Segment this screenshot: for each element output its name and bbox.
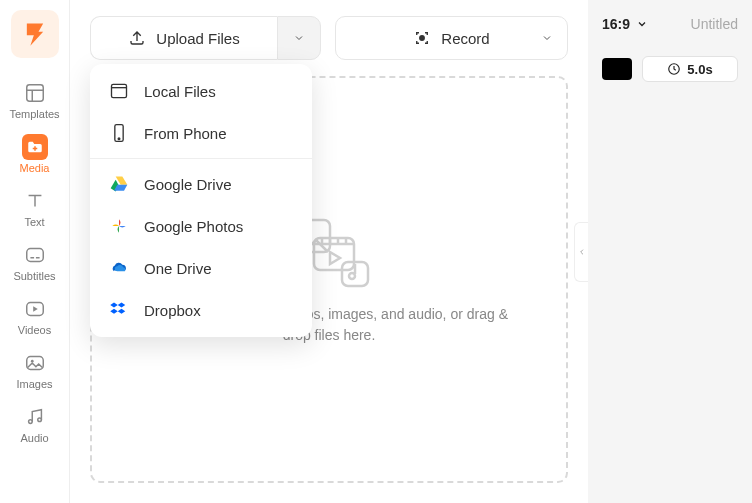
upload-dropdown-menu: Local Files From Phone Google Drive Goog — [90, 64, 312, 337]
sidebar-item-templates[interactable]: Templates — [5, 72, 65, 126]
dropbox-icon — [108, 299, 130, 321]
record-icon — [413, 29, 431, 47]
record-button-label: Record — [441, 30, 489, 47]
menu-item-label: From Phone — [144, 125, 227, 142]
menu-item-local-files[interactable]: Local Files — [90, 70, 312, 112]
chevron-down-icon — [541, 32, 553, 44]
menu-item-label: Google Photos — [144, 218, 243, 235]
scene-duration-button[interactable]: 5.0s — [642, 56, 738, 82]
svg-rect-1 — [26, 249, 43, 262]
sidebar-label: Templates — [9, 108, 59, 120]
svg-point-7 — [420, 36, 425, 41]
sidebar-label: Videos — [18, 324, 51, 336]
sidebar-item-text[interactable]: Text — [5, 180, 65, 234]
sidebar-item-audio[interactable]: Audio — [5, 396, 65, 450]
menu-item-one-drive[interactable]: One Drive — [90, 247, 312, 289]
aspect-ratio-value: 16:9 — [602, 16, 630, 32]
phone-icon — [108, 122, 130, 144]
record-button[interactable]: Record — [335, 16, 568, 60]
sidebar-item-subtitles[interactable]: Subtitles — [5, 234, 65, 288]
scene-row: 5.0s — [588, 48, 752, 90]
scene-thumbnail[interactable] — [602, 58, 632, 80]
project-name[interactable]: Untitled — [691, 16, 738, 32]
left-sidebar: Templates Media Text Subtitles Videos — [0, 0, 70, 503]
svg-rect-8 — [112, 84, 127, 97]
menu-item-label: Google Drive — [144, 176, 232, 193]
sidebar-label: Subtitles — [13, 270, 55, 282]
right-panel: 16:9 Untitled 5.0s — [588, 0, 752, 503]
onedrive-icon — [108, 257, 130, 279]
media-icon — [22, 134, 48, 160]
app-logo[interactable] — [11, 10, 59, 58]
sidebar-label: Media — [20, 162, 50, 174]
upload-button-label: Upload Files — [156, 30, 239, 47]
clock-icon — [667, 62, 681, 76]
audio-icon — [22, 404, 48, 430]
menu-item-label: Local Files — [144, 83, 216, 100]
sidebar-item-images[interactable]: Images — [5, 342, 65, 396]
images-icon — [22, 350, 48, 376]
sidebar-item-media[interactable]: Media — [5, 126, 65, 180]
folder-icon — [108, 80, 130, 102]
svg-rect-3 — [26, 357, 43, 370]
chevron-down-icon — [293, 32, 305, 44]
text-icon — [22, 188, 48, 214]
upload-files-button[interactable]: Upload Files — [90, 16, 277, 60]
chevron-down-icon — [636, 18, 648, 30]
menu-divider — [90, 158, 312, 159]
logo-icon — [21, 20, 49, 48]
svg-point-5 — [28, 420, 32, 424]
sidebar-label: Text — [24, 216, 44, 228]
svg-rect-0 — [26, 85, 43, 102]
upload-icon — [128, 29, 146, 47]
collapse-right-panel-button[interactable] — [574, 222, 588, 282]
upload-split-button: Upload Files — [90, 16, 321, 60]
templates-icon — [22, 80, 48, 106]
aspect-ratio-selector[interactable]: 16:9 — [602, 16, 648, 32]
google-photos-icon — [108, 215, 130, 237]
right-panel-header: 16:9 Untitled — [588, 0, 752, 48]
google-drive-icon — [108, 173, 130, 195]
sidebar-label: Audio — [20, 432, 48, 444]
svg-point-6 — [37, 418, 41, 422]
sidebar-label: Images — [16, 378, 52, 390]
menu-item-label: One Drive — [144, 260, 212, 277]
scene-duration-value: 5.0s — [687, 62, 712, 77]
videos-icon — [22, 296, 48, 322]
upload-dropdown-toggle[interactable] — [277, 16, 321, 60]
sidebar-item-videos[interactable]: Videos — [5, 288, 65, 342]
menu-item-dropbox[interactable]: Dropbox — [90, 289, 312, 331]
subtitles-icon — [22, 242, 48, 268]
menu-item-google-drive[interactable]: Google Drive — [90, 163, 312, 205]
menu-item-google-photos[interactable]: Google Photos — [90, 205, 312, 247]
main-panel: Upload Files Record — [70, 0, 588, 503]
menu-item-from-phone[interactable]: From Phone — [90, 112, 312, 154]
chevron-left-icon — [578, 246, 586, 258]
svg-point-10 — [118, 138, 120, 140]
menu-item-label: Dropbox — [144, 302, 201, 319]
